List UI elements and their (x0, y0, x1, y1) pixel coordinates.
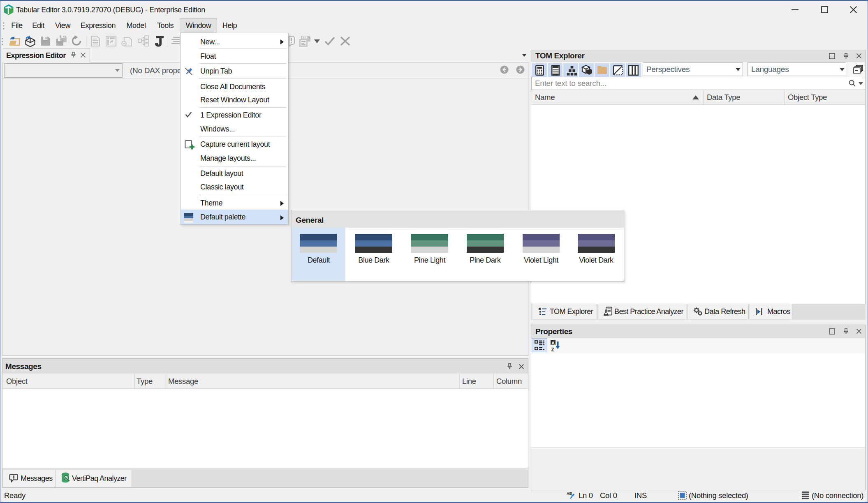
svg-text:A: A (551, 341, 555, 346)
svg-text:AB: AB (567, 491, 572, 496)
svg-text:Z: Z (551, 347, 554, 352)
